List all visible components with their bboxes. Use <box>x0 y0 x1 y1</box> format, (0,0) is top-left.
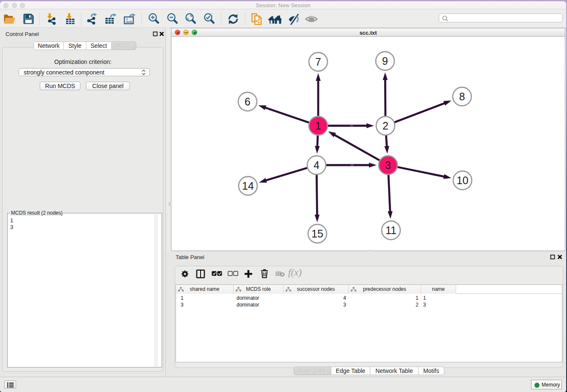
svg-text:2: 2 <box>383 120 388 132</box>
svg-text:14: 14 <box>242 180 254 192</box>
svg-text:9: 9 <box>382 55 388 67</box>
svg-text:3: 3 <box>385 159 391 171</box>
svg-text:15: 15 <box>311 228 323 240</box>
svg-text:4: 4 <box>314 159 319 171</box>
svg-text:6: 6 <box>245 96 250 108</box>
svg-text:1: 1 <box>315 120 321 132</box>
svg-text:11: 11 <box>385 224 396 236</box>
svg-text:8: 8 <box>459 91 465 102</box>
svg-text:10: 10 <box>457 174 468 186</box>
svg-text:7: 7 <box>315 56 321 68</box>
